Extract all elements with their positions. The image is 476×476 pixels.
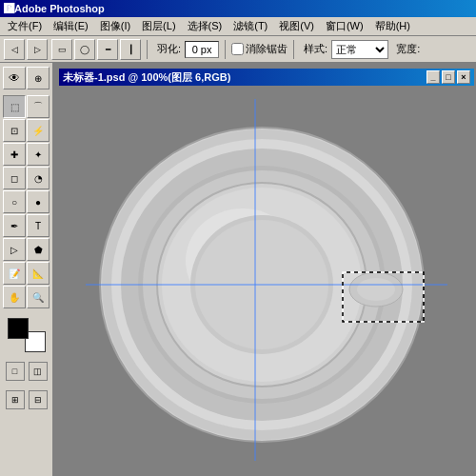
- tool-row-notes: 📝 📐: [2, 262, 50, 285]
- doc-window: 未标器-1.psd @ 100%(图层 6,RGB) _ □ ×: [57, 67, 476, 476]
- tool-row-marquee: ⬚ ⌒: [2, 95, 50, 118]
- feather-label: 羽化:: [157, 42, 181, 56]
- path-btn[interactable]: ▷: [3, 238, 26, 261]
- feather-input[interactable]: [185, 41, 219, 58]
- measure-btn[interactable]: 📐: [27, 262, 50, 285]
- menu-edit[interactable]: 编辑(E): [48, 17, 94, 35]
- pen-btn[interactable]: ✒: [3, 214, 26, 237]
- toolbox: 👁 ⊕ ⬚ ⌒ ⊡ ⚡ ✚ ✦ ◻ ◔ ○ ● ✒: [0, 63, 53, 476]
- style-select[interactable]: 正常: [331, 40, 388, 59]
- clone-btn[interactable]: ✦: [27, 143, 50, 166]
- text-btn[interactable]: T: [27, 214, 50, 237]
- menu-layer[interactable]: 图层(L): [136, 17, 181, 35]
- healing-btn[interactable]: ✚: [3, 143, 26, 166]
- tool-row-healing: ✚ ✦: [2, 143, 50, 166]
- screen-mode-area: ⊞ ⊟: [2, 390, 50, 409]
- fg-bg-box[interactable]: [8, 318, 46, 352]
- doc-area: 未标器-1.psd @ 100%(图层 6,RGB) _ □ ×: [53, 63, 476, 476]
- doc-titlebar: 未标器-1.psd @ 100%(图层 6,RGB) _ □ ×: [59, 69, 474, 86]
- cup-image: [86, 99, 447, 461]
- menu-image[interactable]: 图像(I): [94, 17, 136, 35]
- main-area: 👁 ⊕ ⬚ ⌒ ⊡ ⚡ ✚ ✦ ◻ ◔ ○ ● ✒: [0, 63, 476, 476]
- blur-btn[interactable]: ◔: [27, 167, 50, 189]
- dodge-btn[interactable]: ○: [3, 190, 26, 213]
- doc-title: 未标器-1.psd @ 100%(图层 6,RGB): [63, 70, 230, 85]
- menu-filter[interactable]: 滤镜(T): [228, 17, 273, 35]
- tool-row-path: ▷ ⬟: [2, 238, 50, 261]
- title-bar: 🅿 Adobe Photoshop: [0, 0, 476, 17]
- app-icon: 🅿: [4, 3, 14, 14]
- doc-controls: _ □ ×: [426, 70, 470, 84]
- quick-mask-area: □ ◫: [2, 362, 50, 381]
- lasso-tool-btn[interactable]: ⌒: [27, 95, 50, 118]
- menu-window[interactable]: 窗口(W): [320, 17, 369, 35]
- tool-row-pen: ✒ T: [2, 214, 50, 237]
- tool-row-crop: ⊡ ⚡: [2, 119, 50, 142]
- app-title: Adobe Photoshop: [14, 3, 105, 14]
- standard-screen-btn[interactable]: ⊞: [6, 390, 25, 409]
- doc-close-btn[interactable]: ×: [457, 70, 470, 84]
- toolbar-col-btn[interactable]: ┃: [120, 39, 141, 60]
- svg-point-13: [357, 278, 395, 301]
- burn-btn[interactable]: ●: [27, 190, 50, 213]
- cup-canvas: [86, 99, 447, 461]
- antialias-label: 消除锯齿: [246, 42, 288, 56]
- eye-tool-btn[interactable]: 👁: [3, 67, 26, 89]
- crop-tool-btn[interactable]: ⊡: [3, 119, 26, 142]
- marquee-tool-btn[interactable]: ⬚: [3, 95, 26, 118]
- full-screen-btn[interactable]: ⊟: [29, 390, 48, 409]
- shape-btn[interactable]: ⬟: [27, 238, 50, 261]
- tool-row-hand: ✋ 🔍: [2, 286, 50, 308]
- toolbar-ellipse-btn[interactable]: ◯: [74, 39, 95, 60]
- canvas-area: [59, 86, 474, 474]
- color-area: [2, 318, 50, 352]
- menu-bar: 文件(F) 编辑(E) 图像(I) 图层(L) 选择(S) 滤镜(T) 视图(V…: [0, 17, 476, 36]
- menu-file[interactable]: 文件(F): [2, 17, 48, 35]
- hand-btn[interactable]: ✋: [3, 286, 26, 308]
- history-btn[interactable]: ⊕: [27, 67, 50, 89]
- antialias-checkbox[interactable]: 消除锯齿: [231, 42, 288, 56]
- eraser-btn[interactable]: ◻: [3, 167, 26, 189]
- menu-select[interactable]: 选择(S): [182, 17, 228, 35]
- antialias-check[interactable]: [231, 43, 244, 55]
- toolbar-sep-3: [293, 40, 294, 59]
- toolbar-rect-btn[interactable]: ▭: [51, 39, 72, 60]
- toolbar-row-btn[interactable]: ━: [97, 39, 118, 60]
- width-label: 宽度:: [396, 42, 420, 56]
- tool-row-eraser: ◻ ◔: [2, 167, 50, 189]
- notes-btn[interactable]: 📝: [3, 262, 26, 285]
- doc-maximize-btn[interactable]: □: [442, 70, 455, 84]
- tool-row-dodge: ○ ●: [2, 190, 50, 213]
- toolbar-sep-1: [147, 40, 148, 59]
- toolbar-forward-btn[interactable]: ▷: [27, 39, 48, 60]
- doc-minimize-btn[interactable]: _: [426, 70, 440, 84]
- toolbar-tool-options: ▭ ◯ ━ ┃: [51, 39, 141, 60]
- toolbar-back-btn[interactable]: ◁: [4, 39, 25, 60]
- zoom-btn[interactable]: 🔍: [27, 286, 50, 308]
- menu-help[interactable]: 帮助(H): [369, 17, 416, 35]
- tool-row-eye: 👁 ⊕: [2, 67, 50, 89]
- magic-wand-btn[interactable]: ⚡: [27, 119, 50, 142]
- toolbar: ◁ ▷ ▭ ◯ ━ ┃ 羽化: 消除锯齿 样式: 正常 宽度:: [0, 36, 476, 63]
- normal-mode-btn[interactable]: □: [6, 362, 25, 381]
- style-label: 样式:: [304, 42, 327, 56]
- menu-view[interactable]: 视图(V): [273, 17, 320, 35]
- toolbar-sep-2: [225, 40, 226, 59]
- toolbar-nav-group: ◁ ▷: [4, 39, 48, 60]
- quick-mask-btn[interactable]: ◫: [29, 362, 48, 381]
- fg-color-swatch[interactable]: [8, 318, 29, 339]
